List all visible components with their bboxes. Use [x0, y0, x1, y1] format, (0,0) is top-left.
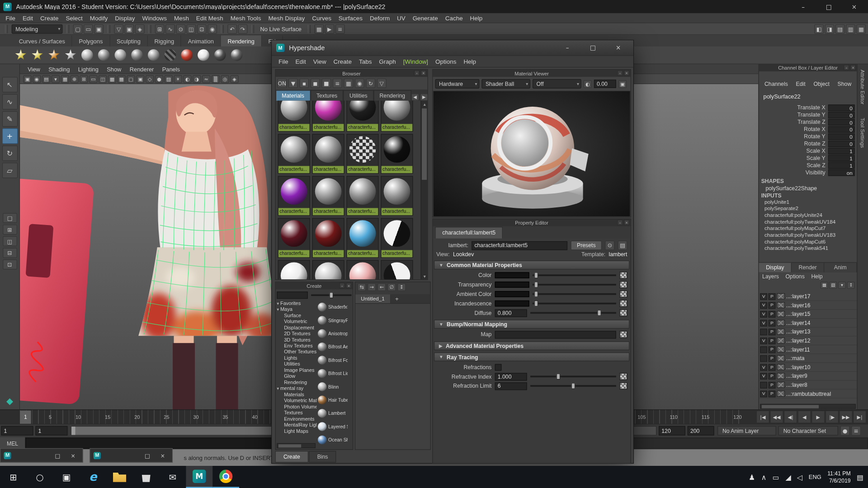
attribute-value-field[interactable]: 1 — [828, 147, 855, 154]
character-set-selector[interactable]: No Character Set — [778, 426, 838, 436]
input-node-item[interactable]: characterfull:polyTweakUV183 — [759, 232, 853, 239]
output-connections-icon[interactable]: ← — [377, 283, 386, 291]
create-category-item[interactable]: mental ray — [277, 385, 316, 391]
layer-name[interactable]: ...:layer15 — [786, 311, 811, 317]
channel-attribute-row[interactable]: Scale X 1 — [759, 147, 857, 155]
layer-color-swatch[interactable] — [777, 302, 785, 308]
create-category-item[interactable]: Favorites — [277, 300, 316, 306]
layer-visibility-toggle[interactable]: V — [760, 364, 767, 371]
taskbar-button[interactable]: ✉ — [160, 466, 186, 488]
presets-button[interactable]: Presets — [571, 241, 602, 250]
input-node-item[interactable]: characterfull:polyMapCut6 — [759, 239, 853, 245]
hypershade-menu-item[interactable]: Options — [435, 58, 456, 65]
rotate-tool-icon[interactable]: ↻ — [2, 145, 17, 161]
grid-icon[interactable]: ⊞ — [80, 75, 88, 83]
auto-keyframe-icon[interactable]: ● — [840, 426, 850, 436]
hypershade-window[interactable]: M Hypershade – □ × FileEditViewCreateTab… — [271, 40, 634, 464]
viewer-geometry-dropdown[interactable]: Shader Ball — [481, 79, 530, 89]
undo-icon[interactable]: ↶ — [227, 24, 237, 33]
property-editor-header[interactable]: Property Editor ▫ × — [433, 219, 631, 226]
chevron-up-icon[interactable]: ∧ — [761, 473, 767, 481]
close-panel-icon[interactable]: × — [624, 220, 629, 225]
hypershade-menu-item[interactable]: Edit — [296, 58, 306, 65]
persp-outliner-layout-icon[interactable]: ◫ — [3, 236, 17, 246]
create-category-item[interactable]: Materials — [277, 392, 316, 398]
layer-playback-toggle[interactable]: P — [769, 381, 776, 388]
hypershade-minimize-button[interactable]: – — [557, 42, 578, 54]
render-settings-icon[interactable]: ≡ — [335, 24, 345, 33]
image-plane-icon[interactable]: ▦ — [61, 75, 69, 83]
wireframe-icon[interactable]: ◇ — [146, 75, 154, 83]
layer-name[interactable]: ...:layer16 — [786, 302, 811, 308]
create-category-item[interactable]: Environments — [277, 416, 316, 422]
layer-playback-toggle[interactable]: P — [769, 390, 776, 397]
hypershade-titlebar[interactable]: M Hypershade – □ × — [272, 40, 633, 56]
create-category-item[interactable]: Photon Volumetric — [277, 404, 316, 410]
incandescence-slider[interactable] — [533, 303, 616, 305]
material-swatch[interactable]: characterfu... — [312, 260, 344, 280]
taskbar-button[interactable] — [133, 466, 160, 488]
snap-grid-icon[interactable]: ⊞ — [155, 24, 165, 33]
shader-node-item[interactable]: Bifrost Foam Material — [318, 353, 348, 366]
shelf-button[interactable] — [229, 47, 244, 62]
new-scene-icon[interactable]: ▢ — [73, 24, 83, 33]
refractive-index-slider[interactable] — [530, 375, 616, 377]
work-area-tab[interactable]: Untitled_1 — [355, 294, 391, 303]
focus-icon[interactable]: ⊙ — [605, 241, 614, 250]
layer-options-icon[interactable]: ▾ — [838, 282, 846, 289]
menu-item[interactable]: Create — [40, 14, 58, 21]
layer-visibility-toggle[interactable]: V — [760, 293, 767, 300]
channel-box-header[interactable]: Channel Box / Layer Editor ▫ × — [759, 64, 857, 71]
four-pane-layout-icon[interactable]: ⊞ — [3, 225, 17, 235]
layer-editor-menu-item[interactable]: Help — [811, 273, 822, 279]
layer-editor-tab[interactable]: Display — [759, 263, 792, 272]
view-cube-icon[interactable]: ◆ — [6, 396, 13, 406]
channel-attribute-row[interactable]: Translate X 0 — [759, 104, 857, 111]
section-ray-tracing[interactable]: ▼Ray Tracing — [434, 352, 629, 361]
shadows-icon[interactable]: ◐ — [183, 75, 191, 83]
taskbar-clock[interactable]: 11:41 PM 7/6/2019 — [827, 470, 851, 484]
people-icon[interactable]: ♟ — [749, 473, 755, 481]
paint-select-tool-icon[interactable]: ✎ — [2, 111, 17, 127]
clear-graph-icon[interactable]: ∅ — [387, 283, 396, 291]
shelf-button[interactable] — [130, 47, 145, 62]
section-grip[interactable] — [108, 24, 110, 33]
material-swatch[interactable]: characterfu... — [278, 176, 310, 216]
layer-name[interactable]: ...:layer13 — [786, 328, 811, 334]
swatch-size-slider[interactable] — [311, 294, 351, 296]
shelf-button[interactable] — [113, 47, 128, 62]
menu-item[interactable]: Mesh Display — [268, 14, 305, 21]
menu-item[interactable]: Select — [66, 14, 82, 21]
screen-ao-icon[interactable]: ◑ — [193, 75, 201, 83]
select-hierarchy-icon[interactable]: ▽ — [114, 24, 123, 33]
channel-attribute-row[interactable]: Rotate X 0 — [759, 126, 857, 133]
current-frame-marker[interactable]: 1 — [20, 411, 31, 424]
rearrange-graph-icon[interactable]: ↕ — [397, 283, 406, 291]
channel-box-menu-item[interactable]: Show — [838, 81, 852, 87]
refraction-limit-slider[interactable] — [530, 385, 616, 387]
material-swatch[interactable]: characterfu... — [278, 134, 310, 174]
hypershade-menu-item[interactable]: View — [313, 58, 326, 65]
shelf-tab[interactable]: Animation — [181, 35, 221, 46]
shelf-button[interactable] — [80, 47, 94, 62]
layer-visibility-toggle[interactable]: V — [760, 337, 767, 344]
menu-item[interactable]: Display — [115, 14, 135, 21]
material-swatch[interactable]: characterfu... — [381, 134, 413, 174]
new-empty-layer-icon[interactable]: ▦ — [821, 282, 828, 289]
incandescence-map-button[interactable] — [619, 300, 627, 307]
layer-visibility-toggle[interactable]: V — [760, 319, 767, 326]
create-category-item[interactable]: Light Maps — [277, 428, 316, 434]
input-node-item[interactable]: polyUnite1 — [759, 199, 853, 206]
isolate-select-icon[interactable]: ◈ — [230, 75, 238, 83]
input-node-item[interactable]: characterfull:polyUnite24 — [759, 212, 853, 219]
channel-box-menu-item[interactable]: Channels — [764, 81, 788, 87]
layer-color-swatch[interactable] — [777, 311, 785, 317]
layer-color-swatch[interactable] — [777, 390, 785, 396]
create-category-item[interactable]: Maya — [277, 306, 316, 312]
create-category-item[interactable]: Glow — [277, 374, 316, 380]
ipr-render-icon[interactable]: ▶ — [325, 24, 334, 33]
shelf-button[interactable] — [212, 47, 227, 62]
material-swatch[interactable]: characterfu... — [278, 101, 310, 132]
channel-attribute-row[interactable]: Rotate Y 0 — [759, 133, 857, 140]
section-grip[interactable] — [307, 24, 310, 33]
